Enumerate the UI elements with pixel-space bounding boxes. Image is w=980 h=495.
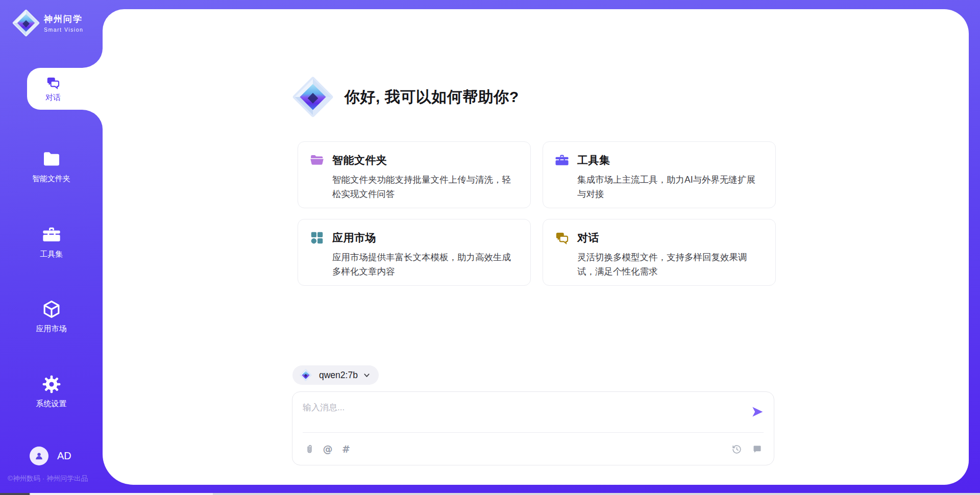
brand-diamond-icon <box>12 9 40 37</box>
chat-bubble-icon <box>752 444 763 455</box>
feedback-button[interactable] <box>750 442 764 456</box>
sidebar-item-smart-folder[interactable]: 智能文件夹 <box>0 149 103 184</box>
mention-button[interactable]: @ <box>321 442 334 456</box>
sidebar-item-settings[interactable]: 系统设置 <box>0 374 103 409</box>
sidebar-item-toolbox[interactable]: 工具集 <box>0 225 103 259</box>
sidebar-item-app-market[interactable]: 应用市场 <box>0 299 103 334</box>
scrollbar-thumb[interactable] <box>31 493 213 495</box>
paperclip-icon <box>304 444 315 455</box>
history-button[interactable] <box>730 442 743 456</box>
at-icon: @ <box>323 443 333 455</box>
card-description: 智能文件夹功能支持批量文件上传与清洗，轻松实现文件问答 <box>332 172 516 201</box>
gear-icon <box>41 374 62 394</box>
tab-fillet-bottom <box>82 110 103 129</box>
sidebar-item-label: 应用市场 <box>36 324 67 334</box>
send-icon <box>751 405 764 418</box>
composer-divider <box>303 432 764 433</box>
hash-icon: # <box>342 443 350 455</box>
card-title: 对话 <box>577 231 599 245</box>
user-profile[interactable]: AD <box>30 447 71 465</box>
toolbox-icon <box>554 153 570 168</box>
topic-button[interactable]: # <box>339 442 353 456</box>
toolbox-icon <box>41 225 62 245</box>
chat-icon <box>554 230 570 245</box>
card-app-market[interactable]: 应用市场 应用市场提供丰富长文本模板，助力高效生成多样化文章内容 <box>298 219 531 286</box>
sidebar-item-label: 工具集 <box>40 250 63 259</box>
app-root: 神州问学 Smart Vision 对话 智能文件夹 <box>0 0 980 495</box>
brand-logo: 神州问学 Smart Vision <box>12 9 83 37</box>
card-smart-folder[interactable]: 智能文件夹 智能文件夹功能支持批量文件上传与清洗，轻松实现文件问答 <box>298 141 531 208</box>
greeting: 你好, 我可以如何帮助你? <box>292 77 519 117</box>
composer-toolbar: @ # <box>303 439 764 459</box>
assistant-diamond-icon <box>292 77 333 117</box>
brand-name: 神州问学 <box>44 13 83 25</box>
scrollbar-corner <box>0 493 30 495</box>
sidebar: 神州问学 Smart Vision 对话 智能文件夹 <box>0 0 103 495</box>
feature-cards: 智能文件夹 智能文件夹功能支持批量文件上传与清洗，轻松实现文件问答 工具集 集成… <box>298 141 776 286</box>
card-description: 灵活切换多模型文件，支持多样回复效果调试，满足个性化需求 <box>577 250 761 279</box>
avatar <box>30 447 48 465</box>
card-description: 应用市场提供丰富长文本模板，助力高效生成多样化文章内容 <box>332 250 516 279</box>
sidebar-item-label: 对话 <box>45 93 61 103</box>
person-icon <box>34 451 44 461</box>
card-title: 应用市场 <box>332 231 376 245</box>
composer: @ # <box>292 391 774 465</box>
copyright-text: ©神州数码 · 神州问学出品 <box>8 474 88 483</box>
model-diamond-icon <box>300 369 312 381</box>
card-description: 集成市场上主流工具，助力AI与外界无缝扩展与对接 <box>577 172 761 201</box>
model-name: qwen2:7b <box>319 370 358 381</box>
user-initials: AD <box>57 450 71 462</box>
cube-icon <box>41 299 62 319</box>
card-chat[interactable]: 对话 灵活切换多模型文件，支持多样回复效果调试，满足个性化需求 <box>543 219 776 286</box>
chevron-down-icon <box>363 372 371 379</box>
model-selector[interactable]: qwen2:7b <box>292 365 379 385</box>
sidebar-item-label: 系统设置 <box>36 399 67 409</box>
brand-subtitle: Smart Vision <box>44 27 83 33</box>
sidebar-item-label: 智能文件夹 <box>32 174 70 184</box>
card-toolbox[interactable]: 工具集 集成市场上主流工具，助力AI与外界无缝扩展与对接 <box>543 141 776 208</box>
card-title: 智能文件夹 <box>332 153 387 167</box>
sidebar-item-chat[interactable]: 对话 <box>27 68 103 110</box>
tab-fillet-top <box>82 48 103 68</box>
attach-button[interactable] <box>303 442 316 456</box>
send-button[interactable] <box>750 405 765 419</box>
greeting-title: 你好, 我可以如何帮助你? <box>345 87 519 108</box>
message-input[interactable] <box>303 399 743 416</box>
folder-open-icon <box>309 153 325 168</box>
app-grid-icon <box>309 230 325 245</box>
card-title: 工具集 <box>577 153 610 167</box>
history-icon <box>731 444 742 455</box>
folder-icon <box>41 149 62 169</box>
chat-icon <box>45 75 61 90</box>
